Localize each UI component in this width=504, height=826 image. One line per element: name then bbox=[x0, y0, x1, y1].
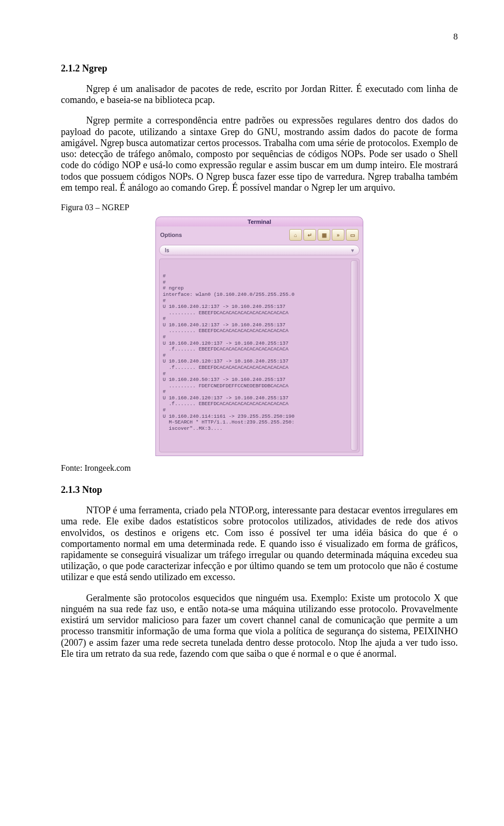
figure-caption: Figura 03 – NGREP bbox=[61, 203, 458, 212]
paragraph-4: Geralmente são protocolos esquecidos que… bbox=[61, 593, 458, 659]
console-text: # # # ngrep interface: wlan0 (10.160.240… bbox=[163, 273, 356, 431]
grid-icon: ▦ bbox=[318, 229, 330, 241]
paragraph-2: Ngrep permite a correspondência entre pa… bbox=[61, 115, 458, 193]
page-icon: ▭ bbox=[346, 229, 359, 241]
terminal-titlebar: Terminal bbox=[155, 216, 363, 226]
terminal-toolbar: Options ⌂ ↵ ▦ » ▭ bbox=[156, 226, 363, 243]
section-heading-ntop: 2.1.3 Ntop bbox=[61, 484, 458, 495]
home-icon: ⌂ bbox=[289, 229, 302, 241]
options-label: Options bbox=[160, 232, 288, 238]
section-heading-ngrep: 2.1.2 Ngrep bbox=[61, 63, 458, 74]
terminal-body: Options ⌂ ↵ ▦ » ▭ ls # # # ngrep interfa… bbox=[155, 226, 363, 456]
command-pill: ls bbox=[159, 245, 360, 255]
paragraph-3: NTOP é uma ferramenta, criado pela NTOP.… bbox=[61, 505, 458, 583]
terminal-screenshot: Terminal Options ⌂ ↵ ▦ » ▭ ls # # # ngre… bbox=[155, 216, 363, 456]
page-number: 8 bbox=[61, 32, 458, 42]
paragraph-1: Ngrep é um analisador de pacotes de rede… bbox=[61, 84, 458, 106]
scrollbar bbox=[351, 260, 358, 451]
enter-icon: ↵ bbox=[303, 229, 316, 241]
chevron-icon: » bbox=[332, 229, 344, 241]
command-pill-label: ls bbox=[165, 247, 169, 253]
figure-source: Fonte: Irongeek.com bbox=[61, 463, 458, 473]
terminal-console: # # # ngrep interface: wlan0 (10.160.240… bbox=[159, 259, 360, 452]
